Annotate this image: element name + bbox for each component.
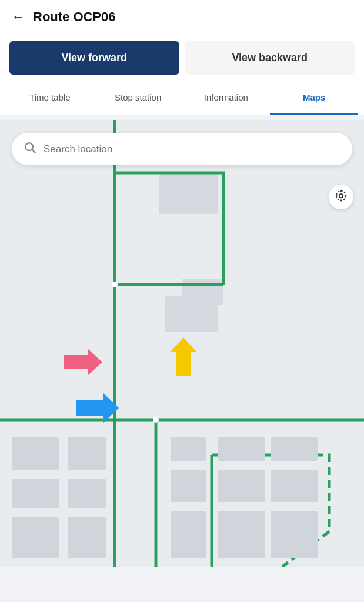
direction-toggle: View forward View backward [0,34,364,82]
header: ← Route OCP06 [0,0,364,34]
search-input[interactable] [44,143,340,155]
yellow-arrow-shape [171,337,196,376]
location-icon [335,189,348,205]
svg-rect-5 [182,279,223,305]
page-title: Route OCP06 [33,9,116,25]
svg-rect-15 [171,470,206,502]
svg-point-22 [153,417,159,423]
svg-rect-14 [271,437,318,461]
tabs-bar: Time table Stop station Information Maps [0,82,364,115]
tab-timetable[interactable]: Time table [6,82,94,115]
pink-arrow-shape [64,349,102,375]
blue-arrow [76,393,119,425]
view-forward-button[interactable]: View forward [9,41,179,75]
svg-rect-13 [218,437,265,461]
svg-point-21 [112,282,118,287]
search-bar[interactable] [12,133,352,165]
search-icon [24,141,36,157]
yellow-arrow [171,337,196,378]
svg-point-0 [25,143,33,150]
svg-point-24 [336,190,346,200]
svg-line-1 [32,150,35,153]
svg-rect-19 [218,511,265,558]
svg-rect-17 [271,470,318,502]
blue-arrow-shape [76,393,119,423]
back-button[interactable]: ← [12,9,25,25]
map-container[interactable] [0,120,364,567]
svg-rect-9 [68,437,106,470]
svg-rect-16 [218,470,265,502]
svg-rect-12 [171,437,206,461]
locate-button[interactable] [329,185,353,209]
tab-information[interactable]: Information [182,82,271,115]
svg-point-23 [339,193,343,197]
tab-maps[interactable]: Maps [270,82,358,115]
svg-rect-18 [171,511,206,558]
tab-stopstation[interactable]: Stop station [94,82,182,115]
svg-rect-20 [271,511,318,558]
svg-rect-3 [159,173,218,214]
svg-rect-8 [12,517,59,558]
svg-rect-11 [68,517,106,558]
svg-rect-7 [12,479,59,508]
view-backward-button[interactable]: View backward [185,41,355,75]
svg-rect-10 [68,479,106,508]
svg-rect-6 [12,437,59,470]
